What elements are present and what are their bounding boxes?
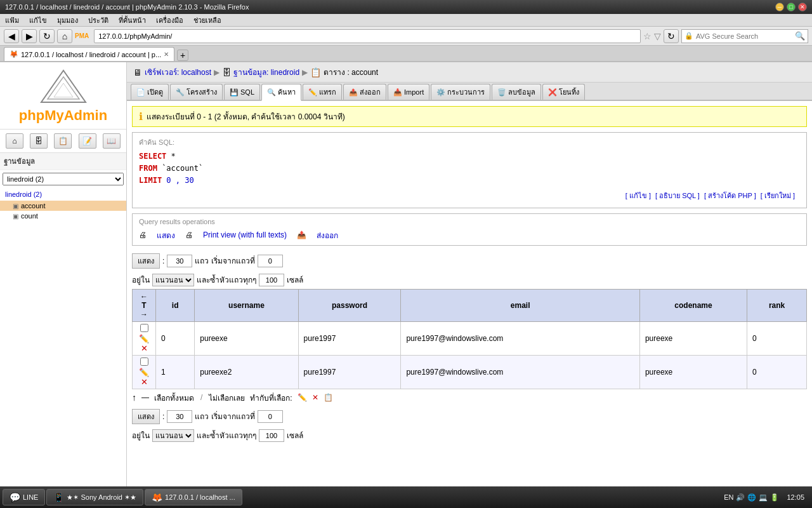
tab-drop[interactable]: ❌ โยนทิ้ง	[542, 84, 585, 100]
tab-search-icon: 🔍	[267, 88, 276, 97]
action-recall[interactable]: [ เรียกใหม่ ]	[761, 192, 795, 199]
menu-help[interactable]: ช่วยเหลือ	[193, 15, 221, 26]
table-body: ✏️ ✕ 0 pureexe pure1997 pure1997@windows…	[133, 321, 807, 389]
from-label-bottom: แถว เริ่มจากแถวที่	[195, 410, 254, 422]
edit-selected-icon[interactable]: ✏️	[298, 393, 307, 402]
search-input[interactable]	[696, 32, 795, 40]
delete-selected-icon[interactable]: ✕	[312, 393, 318, 402]
show-button-top[interactable]: แสดง	[132, 253, 160, 269]
tab-import[interactable]: 📥 Import	[388, 84, 429, 100]
delete-row-icon-1[interactable]: ✕	[141, 377, 148, 387]
sidebar-icon-table[interactable]: 📋	[54, 133, 72, 149]
tab-insert-label: แทรก	[319, 86, 336, 98]
tab-structure[interactable]: 🔧 โครงสร้าง	[170, 84, 223, 100]
browser-tab[interactable]: 🦊 127.0.0.1 / localhost / linedroid / ac…	[4, 47, 174, 61]
print-view-btn[interactable]: Print view (with full texts)	[203, 231, 287, 239]
show-button-bottom[interactable]: แสดง	[132, 409, 160, 424]
row-checkbox-1[interactable]	[140, 358, 148, 366]
sidebar-icon-db[interactable]: 🗄	[30, 133, 48, 149]
action-edit[interactable]: [ แก้ไข ]	[625, 192, 651, 199]
row-checkbox-0[interactable]	[140, 324, 148, 332]
db-selector[interactable]: linedroid (2)	[3, 173, 124, 185]
left-arrow-icon: ←	[140, 292, 148, 301]
svg-marker-2	[54, 83, 73, 97]
tab-sql-icon: 💾	[230, 88, 239, 97]
tab-close-button[interactable]: ✕	[164, 51, 169, 58]
export-selected-icon[interactable]: 📋	[324, 393, 333, 402]
col-header-email[interactable]: email	[401, 289, 640, 321]
svg-marker-1	[48, 77, 79, 99]
menu-tools[interactable]: เครื่องมือ	[156, 15, 183, 26]
table-label-account: account	[21, 202, 46, 210]
select-all-label[interactable]: เลือกทั้งหมด	[154, 392, 194, 404]
reload-btn2[interactable]: ↻	[664, 29, 679, 43]
col-header-id[interactable]: id	[156, 289, 195, 321]
menu-edit[interactable]: แก้ไข	[29, 15, 47, 26]
print-icon: 🖨	[139, 231, 147, 239]
forward-button[interactable]: ▶	[22, 29, 37, 43]
delete-row-icon-0[interactable]: ✕	[141, 344, 148, 353]
menu-file[interactable]: แฟ้ม	[5, 15, 19, 26]
breadcrumb-db[interactable]: ฐานข้อมูล: linedroid	[233, 66, 299, 78]
tab-operations[interactable]: ⚙️ กระบวนการ	[431, 84, 490, 100]
show-count-top[interactable]	[167, 255, 192, 267]
mode-select-top[interactable]: แนวนอน	[152, 274, 194, 286]
browser-toolbar: ◀ ▶ ↻ ⌂ PMA ☆ ▽ ↻ 🔒 🔍	[0, 27, 812, 46]
sidebar-table-account[interactable]: ▣ account	[0, 201, 126, 211]
tab-export[interactable]: 📤 ส่งออก	[343, 84, 386, 100]
col-header-username[interactable]: username	[195, 289, 298, 321]
show-count-bottom[interactable]	[167, 410, 192, 423]
table-header-row: ← T → id username password email codenam…	[133, 289, 807, 321]
app-body: phpMyAdmin ⌂ 🗄 📋 📝 📖 ฐานข้อมูล linedroid…	[0, 62, 812, 486]
show-btn-label: แสดง	[157, 229, 175, 241]
export-btn[interactable]: ส่งออก	[317, 229, 338, 241]
maximize-button[interactable]: □	[787, 3, 796, 11]
sidebar: phpMyAdmin ⌂ 🗄 📋 📝 📖 ฐานข้อมูล linedroid…	[0, 62, 127, 486]
search-icon[interactable]: 🔍	[795, 31, 805, 41]
action-create-php[interactable]: [ สร้างโค้ด PHP ]	[704, 192, 756, 199]
tab-sql[interactable]: 💾 SQL	[224, 84, 260, 100]
reload-button[interactable]: ↻	[39, 29, 55, 43]
back-button[interactable]: ◀	[4, 29, 19, 43]
cell-password-0: pure1997	[298, 321, 401, 355]
tab-truncate[interactable]: 🗑️ ลบข้อมูล	[492, 84, 541, 100]
sidebar-table-count[interactable]: ▣ count	[0, 211, 126, 221]
menu-view[interactable]: มุมมอง	[57, 15, 78, 26]
bookmark-down[interactable]: ▽	[654, 31, 661, 41]
from-value-bottom[interactable]	[258, 410, 283, 423]
search-bar[interactable]: 🔒 🔍	[681, 29, 808, 43]
edit-row-icon-0[interactable]: ✏️	[139, 334, 149, 344]
deselect-label[interactable]: ไม่เลือกเลย	[209, 392, 245, 404]
col-header-rank[interactable]: rank	[747, 289, 807, 321]
from-value-top[interactable]	[258, 255, 283, 267]
sidebar-icon-docs[interactable]: 📖	[103, 133, 121, 149]
menu-bookmarks[interactable]: ที่คั้นหน้า	[119, 15, 146, 26]
show-btn[interactable]: แสดง	[157, 229, 175, 241]
sidebar-icon-sql[interactable]: 📝	[79, 133, 96, 149]
table-icon-count: ▣	[13, 213, 18, 220]
edit-row-icon-1[interactable]: ✏️	[139, 368, 149, 377]
breadcrumb-server[interactable]: เซิร์ฟเวอร์: localhost	[145, 66, 211, 78]
sidebar-icon-home[interactable]: ⌂	[6, 133, 23, 149]
tab-open[interactable]: 📄 เปิดดู	[131, 84, 169, 100]
menu-history[interactable]: ประวัติ	[88, 15, 108, 26]
pma-favicon: PMA	[75, 32, 89, 39]
bookmark-star[interactable]: ☆	[643, 31, 652, 41]
minimize-button[interactable]: ─	[775, 3, 784, 11]
new-tab-button[interactable]: +	[177, 50, 188, 61]
col-header-codename[interactable]: codename	[639, 289, 747, 321]
tab-insert[interactable]: ✏️ แทรก	[303, 84, 342, 100]
repeat-value-top[interactable]	[259, 274, 284, 286]
repeat-value-bottom[interactable]	[259, 429, 284, 442]
tab-search[interactable]: 🔍 ค้นหา	[261, 84, 301, 101]
sql-limit-kw: LIMIT	[139, 176, 162, 185]
address-bar[interactable]	[94, 29, 641, 43]
close-button[interactable]: ✕	[798, 3, 807, 11]
sidebar-linedroid-link[interactable]: linedroid (2)	[0, 188, 126, 201]
print-view-label: Print view (with full texts)	[203, 231, 287, 239]
action-explain[interactable]: [ อธิบาย SQL ]	[655, 192, 700, 199]
home-button[interactable]: ⌂	[57, 29, 72, 43]
cells-label-top: เซลล์	[287, 274, 303, 286]
mode-select-bottom[interactable]: แนวนอน	[152, 429, 194, 442]
col-header-password[interactable]: password	[298, 289, 401, 321]
